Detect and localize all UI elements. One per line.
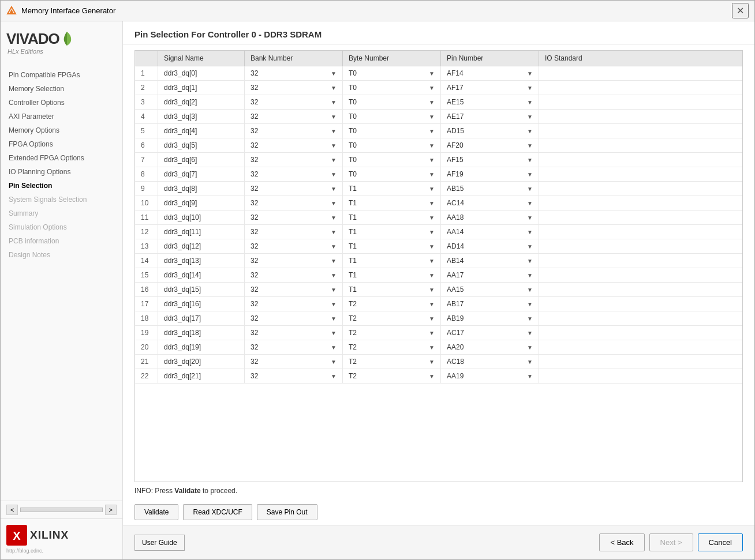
cell-pin[interactable]: AE17 ▼: [441, 110, 539, 123]
cell-bank[interactable]: 32 ▼: [245, 196, 343, 210]
cell-bank[interactable]: 32 ▼: [245, 283, 343, 296]
cell-bank[interactable]: 32 ▼: [245, 254, 343, 268]
cell-num: 11: [135, 211, 158, 224]
cell-byte[interactable]: T0 ▼: [343, 138, 441, 152]
cell-pin[interactable]: AC17 ▼: [441, 326, 539, 340]
cell-pin[interactable]: AB19 ▼: [441, 311, 539, 325]
cell-byte[interactable]: T1 ▼: [343, 211, 441, 224]
cell-bank[interactable]: 32 ▼: [245, 369, 343, 383]
cell-byte[interactable]: T2 ▼: [343, 340, 441, 354]
cell-pin[interactable]: AA20 ▼: [441, 340, 539, 354]
cell-bank[interactable]: 32 ▼: [245, 153, 343, 167]
cell-bank[interactable]: 32 ▼: [245, 297, 343, 311]
cell-pin[interactable]: AF17 ▼: [441, 81, 539, 95]
cell-byte[interactable]: T0 ▼: [343, 167, 441, 181]
cell-bank[interactable]: 32 ▼: [245, 95, 343, 109]
cell-bank[interactable]: 32 ▼: [245, 124, 343, 138]
cell-byte[interactable]: T2 ▼: [343, 369, 441, 383]
cell-pin[interactable]: AD14 ▼: [441, 239, 539, 253]
validate-button[interactable]: Validate: [134, 504, 178, 520]
xilinx-text: XILINX: [30, 529, 69, 542]
back-button[interactable]: < Back: [599, 533, 644, 551]
cell-bank[interactable]: 32 ▼: [245, 311, 343, 325]
cell-byte[interactable]: T2 ▼: [343, 355, 441, 369]
sidebar-item-pin-selection[interactable]: Pin Selection: [1, 179, 122, 193]
sidebar-item-pin-compatible[interactable]: Pin Compatible FPGAs: [1, 68, 122, 82]
read-xdc-button[interactable]: Read XDC/UCF: [183, 504, 252, 520]
byte-chevron-icon: ▼: [429, 99, 435, 106]
cell-bank[interactable]: 32 ▼: [245, 66, 343, 80]
cell-bank[interactable]: 32 ▼: [245, 211, 343, 224]
cell-byte[interactable]: T2 ▼: [343, 326, 441, 340]
table-body: 1 ddr3_dq[0] 32 ▼ T0 ▼ AF14 ▼: [134, 66, 743, 482]
cell-byte[interactable]: T0 ▼: [343, 110, 441, 123]
cell-byte[interactable]: T1 ▼: [343, 182, 441, 196]
cell-pin[interactable]: AB15 ▼: [441, 182, 539, 196]
cell-pin[interactable]: AF19 ▼: [441, 167, 539, 181]
cell-bank[interactable]: 32 ▼: [245, 81, 343, 95]
table-row: 6 ddr3_dq[5] 32 ▼ T0 ▼ AF20 ▼: [135, 138, 742, 153]
scroll-right-button[interactable]: >: [105, 505, 117, 515]
cell-bank[interactable]: 32 ▼: [245, 268, 343, 282]
cell-pin[interactable]: AA14 ▼: [441, 225, 539, 239]
sidebar-item-extended-fpga[interactable]: Extended FPGA Options: [1, 151, 122, 165]
cell-pin[interactable]: AB17 ▼: [441, 297, 539, 311]
cell-pin[interactable]: AF15 ▼: [441, 153, 539, 167]
cell-pin[interactable]: AB14 ▼: [441, 254, 539, 268]
cell-pin[interactable]: AC18 ▼: [441, 355, 539, 369]
cell-pin[interactable]: AA17 ▼: [441, 268, 539, 282]
th-bank: Bank Number: [245, 51, 343, 66]
cancel-button[interactable]: Cancel: [698, 533, 743, 551]
close-button[interactable]: ✕: [732, 3, 749, 18]
cell-pin[interactable]: AF20 ▼: [441, 138, 539, 152]
cell-io: [539, 283, 637, 296]
sidebar-item-memory-options[interactable]: Memory Options: [1, 123, 122, 137]
cell-byte[interactable]: T0 ▼: [343, 81, 441, 95]
cell-pin[interactable]: AE15 ▼: [441, 95, 539, 109]
pin-chevron-icon: ▼: [527, 301, 533, 307]
cell-pin[interactable]: AC14 ▼: [441, 196, 539, 210]
cell-bank[interactable]: 32 ▼: [245, 340, 343, 354]
cell-byte[interactable]: T2 ▼: [343, 311, 441, 325]
cell-byte[interactable]: T1 ▼: [343, 268, 441, 282]
cell-pin[interactable]: AD15 ▼: [441, 124, 539, 138]
pin-chevron-icon: ▼: [527, 373, 533, 379]
cell-bank[interactable]: 32 ▼: [245, 239, 343, 253]
cell-bank[interactable]: 32 ▼: [245, 138, 343, 152]
cell-byte[interactable]: T2 ▼: [343, 297, 441, 311]
save-pin-button[interactable]: Save Pin Out: [257, 504, 317, 520]
cell-byte[interactable]: T0 ▼: [343, 124, 441, 138]
info-keyword: Validate: [174, 487, 200, 495]
sidebar-item-io-planning[interactable]: IO Planning Options: [1, 165, 122, 179]
cell-byte[interactable]: T1 ▼: [343, 239, 441, 253]
cell-byte[interactable]: T0 ▼: [343, 66, 441, 80]
scroll-left-button[interactable]: <: [6, 505, 18, 515]
pin-chevron-icon: ▼: [527, 315, 533, 322]
cell-bank[interactable]: 32 ▼: [245, 355, 343, 369]
cell-byte[interactable]: T1 ▼: [343, 254, 441, 268]
cell-pin[interactable]: AF14 ▼: [441, 66, 539, 80]
sidebar-item-controller-options[interactable]: Controller Options: [1, 96, 122, 110]
cell-byte[interactable]: T0 ▼: [343, 153, 441, 167]
sidebar-item-fpga-options[interactable]: FPGA Options: [1, 137, 122, 151]
user-guide-button[interactable]: User Guide: [134, 535, 185, 551]
cell-pin[interactable]: AA15 ▼: [441, 283, 539, 296]
cell-bank[interactable]: 32 ▼: [245, 326, 343, 340]
cell-bank[interactable]: 32 ▼: [245, 167, 343, 181]
cell-byte[interactable]: T0 ▼: [343, 95, 441, 109]
bank-chevron-icon: ▼: [331, 99, 337, 106]
cell-pin[interactable]: AA18 ▼: [441, 211, 539, 224]
cell-bank[interactable]: 32 ▼: [245, 110, 343, 123]
cell-bank[interactable]: 32 ▼: [245, 182, 343, 196]
pin-chevron-icon: ▼: [527, 142, 533, 149]
cell-pin[interactable]: AA19 ▼: [441, 369, 539, 383]
sidebar-item-axi-parameter[interactable]: AXI Parameter: [1, 110, 122, 123]
cell-byte[interactable]: T1 ▼: [343, 196, 441, 210]
cell-byte[interactable]: T1 ▼: [343, 283, 441, 296]
sidebar-item-memory-selection[interactable]: Memory Selection: [1, 82, 122, 96]
cell-num: 14: [135, 254, 158, 268]
next-button[interactable]: Next >: [649, 533, 693, 551]
cell-signal: ddr3_dq[12]: [158, 239, 245, 253]
cell-bank[interactable]: 32 ▼: [245, 225, 343, 239]
cell-byte[interactable]: T1 ▼: [343, 225, 441, 239]
